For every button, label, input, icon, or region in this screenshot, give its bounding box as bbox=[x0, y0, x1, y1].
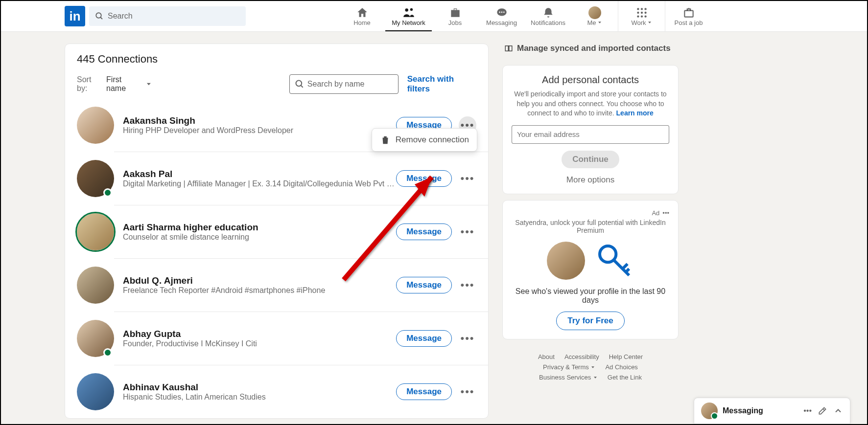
more-button[interactable]: ••• bbox=[459, 383, 476, 401]
svg-point-15 bbox=[640, 15, 642, 17]
nav-icon bbox=[449, 6, 462, 19]
svg-line-19 bbox=[301, 86, 303, 88]
svg-rect-17 bbox=[684, 10, 693, 17]
ad-avatar bbox=[547, 242, 585, 280]
more-button[interactable]: ••• bbox=[459, 223, 476, 241]
nav-icon bbox=[495, 6, 508, 19]
svg-point-7 bbox=[503, 11, 505, 13]
footer-link[interactable]: Help Center bbox=[609, 353, 643, 360]
message-button[interactable]: Message bbox=[396, 383, 452, 400]
svg-point-6 bbox=[501, 11, 502, 13]
messaging-more-icon[interactable]: ••• bbox=[803, 406, 812, 415]
more-options-link[interactable]: More options bbox=[512, 175, 669, 185]
book-icon bbox=[504, 44, 513, 53]
manage-contacts-link[interactable]: Manage synced and imported contacts bbox=[502, 44, 679, 59]
avatar[interactable] bbox=[77, 320, 114, 357]
svg-point-13 bbox=[644, 11, 646, 13]
nav-label: Work bbox=[631, 19, 652, 26]
remove-connection-menu[interactable]: Remove connection bbox=[372, 128, 477, 152]
learn-more-link[interactable]: Learn more bbox=[616, 109, 654, 117]
email-input[interactable] bbox=[512, 125, 669, 144]
message-button[interactable]: Message bbox=[396, 330, 452, 347]
add-contacts-title: Add personal contacts bbox=[512, 74, 669, 86]
linkedin-logo[interactable]: in bbox=[65, 6, 85, 26]
premium-ad-card: Ad ••• Satyendra, unlock your full poten… bbox=[502, 200, 679, 339]
nav-my-network[interactable]: My Network bbox=[385, 1, 432, 31]
search-by-name-input[interactable]: Search by name bbox=[289, 74, 399, 94]
avatar[interactable] bbox=[77, 160, 114, 197]
nav-icon bbox=[635, 6, 648, 19]
compose-icon[interactable] bbox=[818, 406, 827, 416]
nav-me[interactable]: Me bbox=[571, 1, 618, 31]
footer-links: AboutAccessibilityHelp CenterPrivacy & T… bbox=[502, 350, 679, 384]
svg-point-10 bbox=[644, 8, 646, 10]
ad-headline: See who's viewed your profile in the las… bbox=[512, 287, 669, 305]
more-button[interactable]: ••• bbox=[459, 276, 476, 294]
top-nav: in Search HomeMy NetworkJobsMessagingNot… bbox=[1, 1, 867, 32]
svg-point-2 bbox=[405, 8, 408, 11]
svg-point-16 bbox=[644, 15, 646, 17]
nav-home[interactable]: Home bbox=[339, 1, 385, 31]
trash-icon bbox=[380, 134, 391, 145]
footer-link[interactable]: Ad Choices bbox=[605, 363, 637, 371]
caret-down-icon bbox=[145, 81, 152, 88]
sort-label: Sort by: bbox=[77, 75, 103, 93]
footer-link[interactable]: Accessibility bbox=[564, 353, 599, 360]
nav-icon bbox=[356, 6, 369, 19]
key-icon bbox=[595, 241, 634, 280]
svg-point-11 bbox=[637, 11, 639, 13]
nav-jobs[interactable]: Jobs bbox=[432, 1, 478, 31]
svg-point-3 bbox=[410, 8, 412, 10]
connection-name[interactable]: Abhay Gupta bbox=[123, 329, 396, 339]
search-with-filters-link[interactable]: Search with filters bbox=[407, 74, 476, 94]
sort-by[interactable]: Sort by: First name bbox=[77, 75, 152, 93]
ad-more-icon[interactable]: ••• bbox=[662, 209, 669, 217]
nav-icon bbox=[402, 6, 415, 19]
nav-label: Messaging bbox=[486, 19, 517, 26]
nav-label: Notifications bbox=[531, 19, 565, 26]
footer-link[interactable]: Get the Link bbox=[608, 374, 642, 381]
footer-link[interactable]: Business Services bbox=[539, 374, 598, 381]
connection-row: Abhinav KaushalHispanic Studies, Latin A… bbox=[65, 365, 488, 418]
avatar[interactable] bbox=[77, 107, 114, 144]
connection-name[interactable]: Abhinav Kaushal bbox=[123, 382, 396, 393]
footer-link[interactable]: About bbox=[538, 353, 555, 360]
svg-point-12 bbox=[640, 11, 642, 13]
svg-line-1 bbox=[100, 17, 102, 19]
connections-title: 445 Connections bbox=[77, 53, 476, 66]
avatar[interactable] bbox=[77, 213, 114, 250]
svg-point-8 bbox=[637, 8, 639, 10]
svg-line-21 bbox=[344, 177, 432, 280]
nav-label: Home bbox=[353, 19, 371, 26]
global-search[interactable]: Search bbox=[89, 6, 246, 26]
footer-link[interactable]: Privacy & Terms bbox=[543, 363, 595, 371]
try-for-free-button[interactable]: Try for Free bbox=[556, 312, 625, 330]
more-button[interactable]: ••• bbox=[459, 330, 476, 347]
manage-contacts-label: Manage synced and imported contacts bbox=[517, 44, 671, 53]
nav-post-a-job[interactable]: Post a job bbox=[665, 1, 712, 31]
continue-button[interactable]: Continue bbox=[562, 151, 619, 168]
messaging-bar[interactable]: Messaging ••• bbox=[694, 398, 850, 424]
svg-point-9 bbox=[640, 8, 642, 10]
more-button[interactable]: ••• bbox=[459, 170, 476, 187]
search-icon bbox=[295, 79, 305, 89]
nav-label: My Network bbox=[392, 19, 425, 26]
messaging-avatar bbox=[701, 403, 718, 419]
nav-work[interactable]: Work bbox=[618, 1, 665, 31]
nav-icon bbox=[542, 6, 555, 19]
nav-label: Jobs bbox=[448, 19, 462, 26]
avatar[interactable] bbox=[77, 373, 114, 410]
annotation-arrow bbox=[334, 162, 456, 290]
nav-messaging[interactable]: Messaging bbox=[478, 1, 525, 31]
connection-name[interactable]: Aakansha Singh bbox=[123, 115, 396, 126]
chevron-up-icon[interactable] bbox=[833, 406, 843, 416]
remove-label: Remove connection bbox=[396, 135, 469, 145]
nav-notifications[interactable]: Notifications bbox=[525, 1, 571, 31]
ad-text: Satyendra, unlock your full potential wi… bbox=[512, 219, 669, 234]
add-contacts-card: Add personal contacts We'll periodically… bbox=[502, 65, 679, 194]
connection-headline: Hiring PHP Developer and WordPress Devel… bbox=[123, 126, 396, 135]
avatar[interactable] bbox=[77, 267, 114, 304]
connection-row: Abhay GuptaFounder, Productivise I McKin… bbox=[65, 312, 488, 365]
nav-label: Post a job bbox=[675, 19, 703, 26]
svg-point-5 bbox=[499, 11, 500, 13]
